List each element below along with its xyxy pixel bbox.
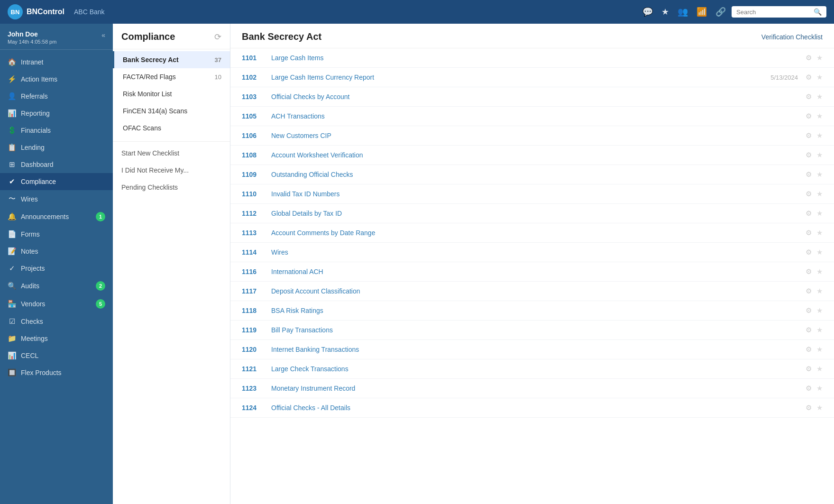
gear-icon[interactable]: ⚙ [806,384,812,393]
star-icon[interactable]: ★ [816,73,823,82]
gear-icon[interactable]: ⚙ [806,190,812,198]
gear-icon[interactable]: ⚙ [806,306,812,315]
sidebar-collapse-icon[interactable]: « [101,31,105,39]
star-icon[interactable]: ★ [816,384,823,393]
gear-icon[interactable]: ⚙ [806,403,812,412]
compliance-action-pending-checklists[interactable]: Pending Checklists [113,179,230,196]
sidebar-badge-audits: 2 [96,281,105,291]
compliance-action-i-did-not-receive[interactable]: I Did Not Receive My... [113,162,230,179]
verification-checklist-link[interactable]: Verification Checklist [761,33,823,41]
sidebar-item-vendors[interactable]: 🏪Vendors5 [0,295,113,313]
gear-icon[interactable]: ⚙ [806,170,812,179]
sidebar-item-notes[interactable]: 📝Notes [0,243,113,260]
chat-icon[interactable]: 💬 [642,7,653,17]
compliance-menu-fincen-scans[interactable]: FinCEN 314(a) Scans [113,102,230,119]
search-box[interactable]: 🔍 [732,6,826,18]
compliance-menu-bank-secrecy-act[interactable]: Bank Secrecy Act37 [113,51,230,68]
star-icon[interactable]: ★ [816,170,823,179]
gear-icon[interactable]: ⚙ [806,345,812,354]
gear-icon[interactable]: ⚙ [806,209,812,218]
gear-icon[interactable]: ⚙ [806,73,812,82]
checklist-name[interactable]: BSA Risk Ratings [271,307,748,314]
gear-icon[interactable]: ⚙ [806,326,812,334]
gear-icon[interactable]: ⚙ [806,229,812,237]
sidebar-item-lending[interactable]: 📋Lending [0,139,113,156]
gear-icon[interactable]: ⚙ [806,54,812,62]
checklist-name[interactable]: Large Cash Items [271,54,748,62]
compliance-action-start-new-checklist[interactable]: Start New Checklist [113,145,230,162]
checklist-num: 1116 [242,268,264,275]
star-icon[interactable]: ★ [816,365,823,373]
star-icon[interactable]: ★ [816,267,823,276]
gear-icon[interactable]: ⚙ [806,365,812,373]
star-icon[interactable]: ★ [816,403,823,412]
checklist-name[interactable]: Bill Pay Transactions [271,326,748,334]
sidebar-item-flex-products[interactable]: 🔲Flex Products [0,364,113,381]
checklist-name[interactable]: Outstanding Official Checks [271,171,748,178]
checklist-name[interactable]: Account Worksheet Verification [271,151,748,159]
sidebar-item-announcements[interactable]: 🔔Announcements1 [0,208,113,226]
star-icon[interactable]: ★ [816,92,823,101]
gear-icon[interactable]: ⚙ [806,92,812,101]
checklist-name[interactable]: International ACH [271,268,748,275]
table-row-1121: 1121Large Check Transactions⚙★ [230,359,834,379]
sidebar-item-audits[interactable]: 🔍Audits2 [0,277,113,295]
gear-icon[interactable]: ⚙ [806,151,812,159]
checklist-name[interactable]: New Customers CIP [271,132,748,139]
sidebar-item-cecl[interactable]: 📊CECL [0,347,113,364]
checklist-name[interactable]: Official Checks - All Details [271,404,748,412]
stats-icon[interactable]: 📶 [697,7,707,17]
gear-icon[interactable]: ⚙ [806,267,812,276]
users-icon[interactable]: 👥 [678,7,688,17]
sidebar-item-compliance[interactable]: ✔Compliance [0,173,113,190]
compliance-menu-risk-monitor-list[interactable]: Risk Monitor List [113,85,230,102]
sidebar-item-wires[interactable]: 〜Wires [0,190,113,208]
checklist-name[interactable]: Internet Banking Transactions [271,346,748,353]
gear-icon[interactable]: ⚙ [806,131,812,140]
link-icon[interactable]: 🔗 [715,7,726,17]
brand-logo-area[interactable]: BN BNControl [8,4,64,19]
star-icon[interactable]: ★ [816,287,823,295]
checklist-name[interactable]: ACH Transactions [271,112,748,120]
sidebar-item-referrals[interactable]: 👤Referrals [0,88,113,105]
checklist-name[interactable]: Monetary Instrument Record [271,385,748,392]
sidebar-item-projects[interactable]: ✓Projects [0,260,113,277]
sidebar-item-meetings[interactable]: 📁Meetings [0,330,113,347]
checklist-name[interactable]: Official Checks by Account [271,93,748,101]
sidebar-item-reporting[interactable]: 📊Reporting [0,105,113,122]
checklist-name[interactable]: Deposit Account Classification [271,287,748,295]
star-icon[interactable]: ★ [816,229,823,237]
gear-icon[interactable]: ⚙ [806,112,812,120]
star-icon[interactable]: ★ [816,209,823,218]
sidebar-item-label-vendors: Vendors [21,300,45,308]
checklist-name[interactable]: Large Check Transactions [271,365,748,373]
dashboard-nav-icon: ⊞ [8,160,16,169]
gear-icon[interactable]: ⚙ [806,287,812,295]
search-input[interactable] [736,9,811,16]
checklist-name[interactable]: Invalid Tax ID Numbers [271,190,748,198]
checklist-name[interactable]: Large Cash Items Currency Report [271,73,748,81]
star-icon[interactable]: ★ [816,54,823,62]
refresh-icon[interactable]: ⟳ [214,32,221,42]
compliance-menu-ofac-scans[interactable]: OFAC Scans [113,119,230,137]
checklist-name[interactable]: Wires [271,248,748,256]
star-icon[interactable]: ★ [816,248,823,257]
checklist-name[interactable]: Account Comments by Date Range [271,229,748,237]
gear-icon[interactable]: ⚙ [806,248,812,257]
sidebar-item-intranet[interactable]: 🏠Intranet [0,54,113,71]
star-icon[interactable]: ★ [816,131,823,140]
star-icon[interactable]: ★ [816,345,823,354]
star-icon[interactable]: ★ [816,112,823,120]
sidebar-item-financials[interactable]: 💲Financials [0,122,113,139]
favorites-icon[interactable]: ★ [661,7,669,17]
sidebar-item-dashboard[interactable]: ⊞Dashboard [0,156,113,173]
star-icon[interactable]: ★ [816,190,823,198]
sidebar-item-forms[interactable]: 📄Forms [0,226,113,243]
compliance-menu-facta-red-flags[interactable]: FACTA/Red Flags10 [113,68,230,85]
star-icon[interactable]: ★ [816,326,823,334]
sidebar-item-action-items[interactable]: ⚡Action Items [0,71,113,88]
checklist-name[interactable]: Global Details by Tax ID [271,210,748,217]
sidebar-item-checks[interactable]: ☑Checks [0,313,113,330]
star-icon[interactable]: ★ [816,306,823,315]
star-icon[interactable]: ★ [816,151,823,159]
